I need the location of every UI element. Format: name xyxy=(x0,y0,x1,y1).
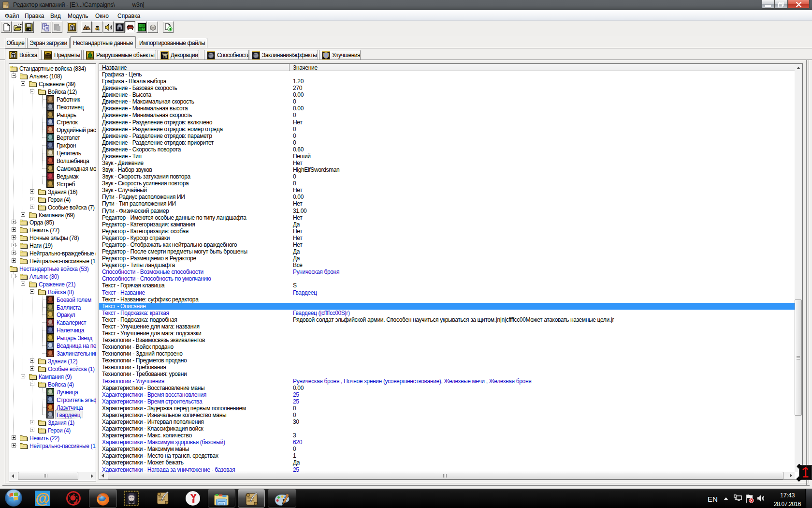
svg-text:@: @ xyxy=(35,491,50,506)
svg-text:a: a xyxy=(96,23,100,31)
